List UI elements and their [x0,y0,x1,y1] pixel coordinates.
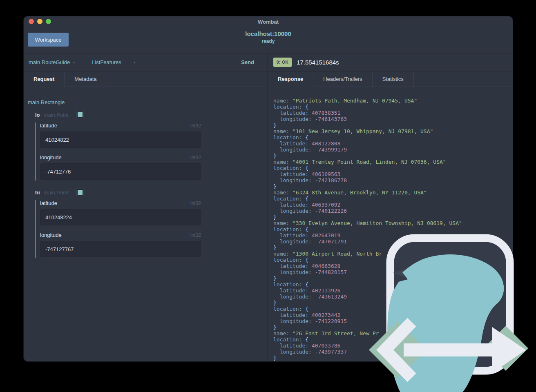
message-set-checkbox[interactable] [76,111,84,118]
field-proto-type: int32 [190,232,201,238]
tab-request[interactable]: Request [24,71,65,87]
tab-statistics[interactable]: Statistics [373,71,414,87]
tab-headers-trailers[interactable]: Headers/Trailers [313,71,373,87]
chevron-down-icon[interactable]: ▾ [73,60,75,65]
traffic-lights [29,19,51,24]
field-label-row: longitude int32 [40,154,201,160]
server-address: localhost:10000 [24,30,513,37]
field-label-row: longitude int32 [40,232,201,238]
nested-fields: latitude int32 longitude int32 [35,122,201,180]
message-set-checkbox[interactable] [76,189,84,196]
main-split: main.RouteGuide ▾ ListFeatures ▾ Send Re… [24,53,513,361]
field-label: latitude [40,200,57,206]
nested-fields: latitude int32 longitude int32 [35,200,201,258]
field-proto-type: int32 [190,123,201,129]
field-label-row: latitude int32 [40,200,201,206]
method-select[interactable]: ListFeatures [92,59,121,65]
app-window: Wombat Workspace localhost:10000 ready m… [24,16,513,361]
field-proto-type: int32 [190,155,201,160]
send-button[interactable]: Send [241,59,254,65]
window-title: Wombat [24,16,513,25]
field-group-hi: hi main.Point latitude int32 lo [28,189,268,258]
response-tabbar: Response Headers/Trailers Statistics [268,71,513,87]
field-group-lo: lo main.Point latitude int32 lo [28,111,268,180]
server-info: localhost:10000 ready [24,30,513,44]
header: Workspace localhost:10000 ready [24,27,513,53]
tab-response[interactable]: Response [268,71,313,87]
request-panel: main.RouteGuide ▾ ListFeatures ▾ Send Re… [24,53,268,361]
field-label: longitude [40,154,62,160]
request-toolbar: main.RouteGuide ▾ ListFeatures ▾ Send [24,53,268,71]
hi-latitude-input[interactable] [40,209,201,225]
group-header: hi main.Point [28,189,268,196]
minimize-button[interactable] [37,19,42,24]
service-select[interactable]: main.RouteGuide [29,59,70,65]
response-body: name: "Patriots Path, Mendham, NJ 07945,… [268,87,513,361]
status-badge: 0: OK [273,58,292,67]
group-header: lo main.Point [28,111,268,118]
close-button[interactable] [29,19,34,24]
field-name: hi [35,189,40,196]
field-type: main.Point [44,112,69,118]
duration-label: 17.554151684s [297,59,339,66]
checkbox-fill-icon [78,190,83,195]
lo-latitude-input[interactable] [40,131,201,148]
field-label: longitude [40,232,62,238]
response-toolbar: 0: OK 17.554151684s [268,53,513,71]
request-tabbar: Request Metadata [24,71,268,87]
response-panel: 0: OK 17.554151684s Response Headers/Tra… [268,53,513,361]
field-type: main.Point [44,189,69,196]
message-type-label: main.Rectangle [28,99,268,105]
zoom-button[interactable] [46,19,51,24]
field-name: lo [35,112,40,118]
lo-longitude-input[interactable] [40,163,201,180]
field-label-row: latitude int32 [40,122,201,129]
tab-metadata[interactable]: Metadata [65,71,107,87]
connection-status: ready [24,38,513,44]
hi-longitude-input[interactable] [40,241,201,257]
checkbox-fill-icon [78,112,83,117]
request-form: main.Rectangle lo main.Point latitude in… [24,87,268,361]
field-proto-type: int32 [190,200,201,206]
field-label: latitude [40,122,57,129]
chevron-down-icon[interactable]: ▾ [134,60,136,65]
titlebar: Wombat [24,16,513,27]
